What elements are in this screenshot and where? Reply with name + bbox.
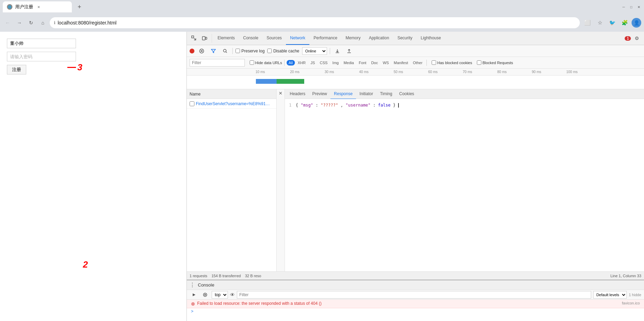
username-input[interactable] <box>7 39 76 48</box>
filter-tag-ws[interactable]: WS <box>381 60 391 66</box>
filter-tag-other[interactable]: Other <box>411 60 425 66</box>
svg-rect-1 <box>202 37 205 40</box>
forward-button[interactable]: → <box>15 18 24 28</box>
console-menu-icon[interactable]: ⋮ <box>190 282 195 288</box>
tab-lighthouse[interactable]: Lighthouse <box>416 32 445 45</box>
tab-network[interactable]: Network <box>286 32 309 45</box>
details-panel: Headers Preview Response Initiator Timin… <box>285 89 644 271</box>
eye-icon[interactable]: 👁 <box>230 292 235 298</box>
annotation-dash <box>67 67 76 68</box>
separator3 <box>284 60 285 66</box>
console-expand-button[interactable]: > <box>187 308 644 314</box>
filter-tag-font[interactable]: Font <box>357 60 368 66</box>
has-blocked-cookies-checkbox[interactable] <box>432 60 436 65</box>
profile-avatar[interactable]: 👤 <box>632 18 641 28</box>
url-text: localhost:8080/register.html <box>58 20 116 26</box>
password-input[interactable] <box>7 52 76 61</box>
register-button[interactable]: 注册 <box>7 65 26 74</box>
search-network-icon[interactable] <box>221 47 230 56</box>
tab-favicon: 🌐 <box>7 4 12 10</box>
console-toolbar: top 👁 Default levels 1 hidde <box>187 290 644 300</box>
device-toggle-icon[interactable] <box>200 34 209 43</box>
new-tab-button[interactable]: + <box>75 2 84 12</box>
blocked-requests-checkbox[interactable] <box>477 60 481 65</box>
line-number-1: 1 <box>289 102 291 109</box>
filter-tag-xhr[interactable]: XHR <box>296 60 308 66</box>
tab-security[interactable]: Security <box>393 32 416 45</box>
log-levels-select[interactable]: Default levels <box>593 291 627 299</box>
tab-application[interactable]: Application <box>365 32 393 45</box>
bookmark-icon[interactable]: ☆ <box>594 17 605 28</box>
filter-tag-doc[interactable]: Doc <box>369 60 380 66</box>
maximize-button[interactable]: □ <box>629 4 634 9</box>
record-button[interactable] <box>190 49 194 53</box>
has-blocked-cookies-label[interactable]: Has blocked cookies <box>432 60 472 65</box>
tab-console[interactable]: Console <box>239 32 262 45</box>
tab-elements[interactable]: Elements <box>213 32 239 45</box>
tab-sources[interactable]: Sources <box>262 32 286 45</box>
active-tab[interactable]: 🌐 用户注册 ✕ <box>3 1 72 12</box>
minimize-button[interactable]: ─ <box>621 4 626 9</box>
error-resource-name: favicon.ico <box>622 301 640 305</box>
register-btn-group: 注册 <box>7 65 180 74</box>
filter-tag-manifest[interactable]: Manifest <box>392 60 410 66</box>
timeline-mark-30: 30 ms <box>323 70 358 74</box>
details-tab-initiator[interactable]: Initiator <box>356 89 376 99</box>
username-field-group <box>7 39 180 48</box>
console-filter-input[interactable] <box>237 291 591 299</box>
error-message-text: Failed to load resource: the server resp… <box>197 301 321 306</box>
tab-close-button[interactable]: ✕ <box>36 4 41 10</box>
export-har-icon[interactable] <box>345 47 354 56</box>
blocked-requests-label[interactable]: Blocked Requests <box>477 60 513 65</box>
json-key-msg: "msg" <box>301 103 313 108</box>
details-tab-preview[interactable]: Preview <box>309 89 330 99</box>
filter-network-icon[interactable] <box>209 47 218 56</box>
address-bar[interactable]: ℹ localhost:8080/register.html <box>50 17 580 28</box>
details-tab-response[interactable]: Response <box>330 89 356 99</box>
filter-tag-all[interactable]: All <box>287 60 295 66</box>
filter-tag-js[interactable]: JS <box>308 60 317 66</box>
timeline-mark-80: 80 ms <box>496 70 530 74</box>
details-tab-timing[interactable]: Timing <box>376 89 396 99</box>
inspect-element-icon[interactable] <box>190 34 199 43</box>
filter-tag-img[interactable]: Img <box>330 60 341 66</box>
settings-icon[interactable]: ⚙ <box>632 34 641 43</box>
translate-icon[interactable]: ⬜ <box>582 17 593 28</box>
name-header-label: Name <box>190 92 201 97</box>
console-clear-icon[interactable] <box>201 290 210 299</box>
main-area: 注册 3 2 Elements Console Sources <box>0 32 644 321</box>
disable-cache-checkbox[interactable] <box>267 49 272 53</box>
extension-bird-icon[interactable]: 🐦 <box>607 17 618 28</box>
tab-memory[interactable]: Memory <box>342 32 365 45</box>
clear-button[interactable] <box>197 47 206 56</box>
brace-close: } <box>393 103 395 108</box>
home-button[interactable]: ⌂ <box>38 18 48 28</box>
response-line-1: 1 { "msg" : "?????" , "username" : false… <box>289 102 640 109</box>
details-tab-cookies[interactable]: Cookies <box>396 89 417 99</box>
preserve-log-label[interactable]: Preserve log <box>236 49 265 53</box>
extensions-icon[interactable]: 🧩 <box>619 17 630 28</box>
request-row-1[interactable]: FindUserServlet?username=%E8%91%A... <box>187 99 276 109</box>
tab-performance[interactable]: Performance <box>309 32 342 45</box>
timeline-mark-60: 60 ms <box>427 70 461 74</box>
close-details-button[interactable]: ✕ <box>279 91 282 96</box>
filter-tag-css[interactable]: CSS <box>318 60 330 66</box>
hide-data-urls-label[interactable]: Hide data URLs <box>250 60 282 65</box>
disable-cache-label[interactable]: Disable cache <box>267 49 299 53</box>
transferred-size: 154 B transferred <box>211 274 241 278</box>
request-row-checkbox[interactable] <box>190 101 194 106</box>
context-selector[interactable]: top <box>212 291 228 299</box>
reload-button[interactable]: ↻ <box>26 18 36 28</box>
preserve-log-checkbox[interactable] <box>236 49 240 53</box>
status-bar: 1 requests 154 B transferred 32 B reso L… <box>187 271 644 280</box>
details-tab-headers[interactable]: Headers <box>286 89 309 99</box>
console-execute-icon[interactable] <box>190 290 199 299</box>
filter-tag-media[interactable]: Media <box>342 60 356 66</box>
hide-data-urls-checkbox[interactable] <box>250 60 254 65</box>
throttling-select[interactable]: Online Fast 3G Slow 3G Offline <box>302 47 327 55</box>
filter-input[interactable] <box>190 59 245 67</box>
close-window-button[interactable]: ✕ <box>636 4 641 9</box>
import-har-icon[interactable] <box>333 47 342 56</box>
details-tabs: Headers Preview Response Initiator Timin… <box>285 89 644 99</box>
back-button[interactable]: ← <box>3 18 12 28</box>
